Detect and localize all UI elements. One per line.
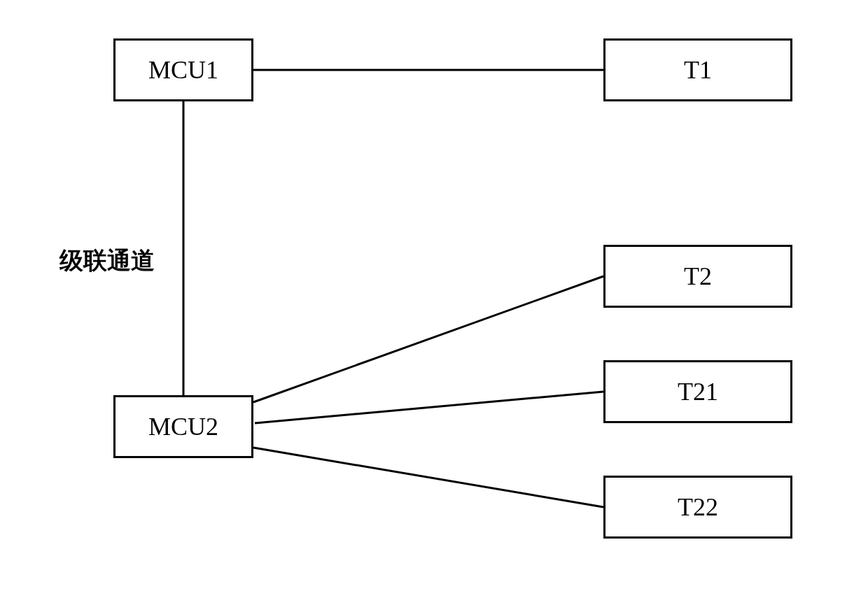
node-t21: T21: [603, 360, 792, 423]
node-t2-label: T2: [684, 262, 712, 291]
node-mcu1-label: MCU1: [148, 55, 218, 85]
node-t1-label: T1: [684, 55, 712, 85]
node-mcu2-label: MCU2: [148, 412, 218, 441]
node-t22-label: T22: [678, 492, 718, 522]
line-mcu2-t21: [255, 392, 603, 423]
line-mcu2-t22: [253, 448, 603, 507]
node-t1: T1: [603, 38, 792, 101]
cascade-channel-label: 级联通道: [59, 245, 155, 277]
node-t21-label: T21: [678, 377, 718, 406]
line-mcu2-t2: [253, 276, 603, 402]
node-t22: T22: [603, 476, 792, 539]
node-mcu1: MCU1: [113, 38, 253, 101]
node-t2: T2: [603, 245, 792, 308]
node-mcu2: MCU2: [113, 395, 253, 458]
